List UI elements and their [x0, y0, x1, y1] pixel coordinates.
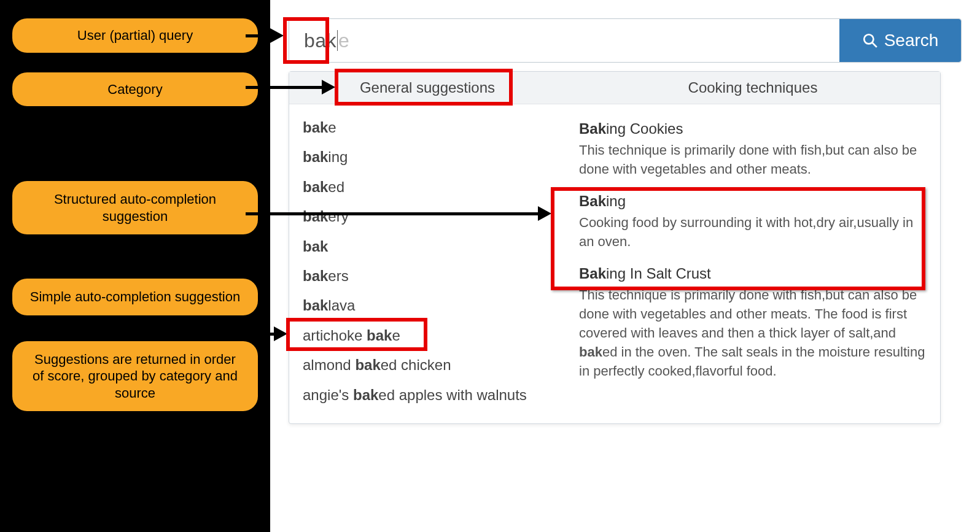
list-item[interactable]: baked	[303, 172, 552, 202]
annotation-sidebar: User (partial) query Category Structured…	[0, 0, 270, 532]
list-item[interactable]: bakery	[303, 202, 552, 231]
list-item[interactable]: artichoke bake	[303, 321, 552, 350]
search-ghost: e	[338, 29, 349, 52]
search-typed: bak	[304, 29, 336, 52]
svg-line-1	[872, 42, 877, 47]
list-item[interactable]: bak	[303, 232, 552, 261]
search-button[interactable]: Search	[839, 19, 961, 62]
techniques-header: Cooking techniques	[566, 72, 940, 104]
list-item[interactable]: Baking CookiesThis technique is primaril…	[579, 113, 927, 185]
general-column: General suggestions bakebakingbakedbaker…	[289, 72, 566, 423]
annotation-simple: Simple auto-completion suggestion	[12, 279, 258, 315]
suggestions-dropdown: General suggestions bakebakingbakedbaker…	[289, 71, 941, 424]
main-content: bake Search General suggestions bakebaki…	[270, 0, 980, 532]
annotation-category: Category	[12, 72, 258, 107]
general-list: bakebakingbakedbakerybakbakersbaklavaart…	[289, 104, 566, 423]
annotation-note: Suggestions are returned in order of sco…	[12, 341, 258, 412]
list-item[interactable]: baklava	[303, 291, 552, 320]
techniques-list: Baking CookiesThis technique is primaril…	[566, 104, 940, 400]
list-item[interactable]: bakers	[303, 261, 552, 291]
search-input[interactable]: bake	[289, 19, 839, 62]
list-item[interactable]: Baking In Salt CrustThis technique is pr…	[579, 258, 927, 387]
search-button-label: Search	[884, 31, 939, 50]
svg-point-0	[864, 34, 873, 44]
text-cursor	[337, 30, 338, 51]
list-item[interactable]: angie's baked apples with walnuts	[303, 380, 552, 410]
list-item[interactable]: BakingCooking food by surrounding it wit…	[579, 185, 927, 258]
annotation-structured: Structured auto-completion suggestion	[12, 181, 258, 234]
list-item[interactable]: almond baked chicken	[303, 350, 552, 380]
list-item[interactable]: bake	[303, 113, 552, 142]
annotation-user-query: User (partial) query	[12, 18, 258, 53]
search-query-text: bake	[304, 29, 349, 52]
search-bar: bake Search	[289, 18, 962, 63]
search-icon	[862, 33, 878, 48]
list-item[interactable]: baking	[303, 142, 552, 172]
techniques-column: Cooking techniques Baking CookiesThis te…	[566, 72, 940, 423]
